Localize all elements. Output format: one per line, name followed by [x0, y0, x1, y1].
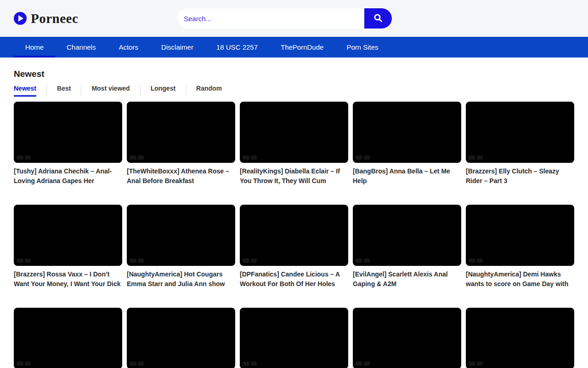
thumbnail-badge [130, 259, 136, 263]
video-card: [RealityKings] Diabella Eclair – If You … [240, 102, 348, 186]
video-title[interactable]: [DPFanatics] Candee Licious – A Workout … [240, 270, 348, 289]
thumbnail-badge [356, 155, 362, 160]
video-card: [TheWhiteBoxxx] Athenea Rose – Anal Befo… [127, 102, 235, 186]
video-card [14, 308, 122, 368]
video-thumbnail[interactable] [353, 308, 461, 368]
thumbnail-badge [17, 259, 23, 263]
video-title[interactable]: [RealityKings] Diabella Eclair – If You … [240, 167, 348, 186]
video-card [127, 308, 235, 368]
nav-item-porn-sites[interactable]: Porn Sites [335, 37, 390, 58]
thumbnail-badge [25, 259, 31, 263]
video-thumbnail[interactable] [240, 102, 348, 163]
thumbnail-badge [138, 259, 144, 263]
sort-tabs: Newest Best Most viewed Longest Random [14, 85, 574, 97]
video-title[interactable]: [NaughtyAmerica] Demi Hawks wants to sco… [466, 270, 574, 289]
nav-item-theporndude[interactable]: ThePornDude [269, 37, 335, 58]
thumbnail-badge [356, 362, 362, 366]
site-logo[interactable]: Porneec [14, 0, 78, 37]
tab-newest[interactable]: Newest [14, 85, 46, 97]
nav-item-actors[interactable]: Actors [107, 37, 150, 58]
video-title[interactable]: [Brazzers] Elly Clutch – Sleazy Rider – … [466, 167, 574, 186]
thumbnail-badge [251, 259, 257, 263]
video-card: [NaughtyAmerica] Demi Hawks wants to sco… [466, 205, 574, 289]
thumbnail-badge [130, 362, 136, 366]
video-card [353, 308, 461, 368]
magnifier-icon [373, 13, 383, 24]
video-card: [Tushy] Adriana Chechik – Anal-Loving Ad… [14, 102, 122, 186]
video-thumbnail[interactable] [240, 205, 348, 266]
video-thumbnail[interactable] [14, 102, 122, 163]
nav-item-disclaimer[interactable]: Disclaimer [150, 37, 205, 58]
nav-item-channels[interactable]: Channels [55, 37, 107, 58]
video-thumbnail[interactable] [466, 205, 574, 266]
video-thumbnail[interactable] [466, 308, 574, 368]
thumbnail-badge [138, 155, 144, 160]
site-header: Porneec [0, 0, 588, 37]
search-button[interactable] [364, 8, 392, 29]
video-card: [BangBros] Anna Bella – Let Me Help [353, 102, 461, 186]
nav-item-18-usc-2257[interactable]: 18 USC 2257 [205, 37, 269, 58]
thumbnail-badge [469, 362, 475, 366]
video-thumbnail[interactable] [466, 102, 574, 163]
video-thumbnail[interactable] [127, 102, 235, 163]
main-content: Newest Newest Best Most viewed Longest R… [0, 69, 588, 368]
search-bar [177, 8, 392, 29]
nav-item-home[interactable]: Home [14, 37, 55, 58]
video-card [240, 308, 348, 368]
thumbnail-badge [364, 155, 370, 160]
main-nav: Home Channels Actors Disclaimer 18 USC 2… [0, 37, 588, 58]
tab-longest[interactable]: Longest [141, 85, 186, 97]
thumbnail-badge [364, 362, 370, 366]
video-thumbnail[interactable] [127, 308, 235, 368]
tab-best[interactable]: Best [47, 85, 81, 97]
video-thumbnail[interactable] [353, 102, 461, 163]
thumbnail-badge [251, 155, 257, 160]
video-thumbnail[interactable] [127, 205, 235, 266]
video-title[interactable]: [BangBros] Anna Bella – Let Me Help [353, 167, 461, 186]
video-grid: [Tushy] Adriana Chechik – Anal-Loving Ad… [14, 102, 574, 368]
thumbnail-badge [364, 259, 370, 263]
thumbnail-badge [477, 259, 483, 263]
thumbnail-badge [356, 259, 362, 263]
video-thumbnail[interactable] [240, 308, 348, 368]
video-thumbnail[interactable] [14, 205, 122, 266]
thumbnail-badge [469, 259, 475, 263]
thumbnail-badge [25, 362, 31, 366]
video-title[interactable]: [Tushy] Adriana Chechik – Anal-Loving Ad… [14, 167, 122, 186]
video-thumbnail[interactable] [353, 205, 461, 266]
thumbnail-badge [17, 155, 23, 160]
video-card: [Brazzers] Rossa Vaxx – I Don’t Want You… [14, 205, 122, 289]
tab-most-viewed[interactable]: Most viewed [81, 85, 140, 97]
thumbnail-badge [243, 259, 249, 263]
thumbnail-badge [243, 155, 249, 160]
thumbnail-badge [130, 155, 136, 160]
thumbnail-badge [243, 362, 249, 366]
search-input[interactable] [177, 8, 364, 29]
video-card: [DPFanatics] Candee Licious – A Workout … [240, 205, 348, 289]
play-icon [14, 12, 27, 25]
tab-random[interactable]: Random [186, 85, 232, 97]
thumbnail-badge [251, 362, 257, 366]
video-title[interactable]: [Brazzers] Rossa Vaxx – I Don’t Want You… [14, 270, 122, 289]
video-title[interactable]: [NaughtyAmerica] Hot Cougars Emma Starr … [127, 270, 235, 289]
thumbnail-badge [469, 155, 475, 160]
video-thumbnail[interactable] [14, 308, 122, 368]
video-card: [EvilAngel] Scarlett Alexis Anal Gaping … [353, 205, 461, 289]
video-card: [NaughtyAmerica] Hot Cougars Emma Starr … [127, 205, 235, 289]
video-title[interactable]: [TheWhiteBoxxx] Athenea Rose – Anal Befo… [127, 167, 235, 186]
site-name: Porneec [31, 11, 78, 26]
thumbnail-badge [477, 362, 483, 366]
page-title: Newest [14, 69, 574, 79]
video-card: [Brazzers] Elly Clutch – Sleazy Rider – … [466, 102, 574, 186]
thumbnail-badge [17, 362, 23, 366]
thumbnail-badge [477, 155, 483, 160]
video-title[interactable]: [EvilAngel] Scarlett Alexis Anal Gaping … [353, 270, 461, 289]
thumbnail-badge [138, 362, 144, 366]
video-card [466, 308, 574, 368]
thumbnail-badge [25, 155, 31, 160]
